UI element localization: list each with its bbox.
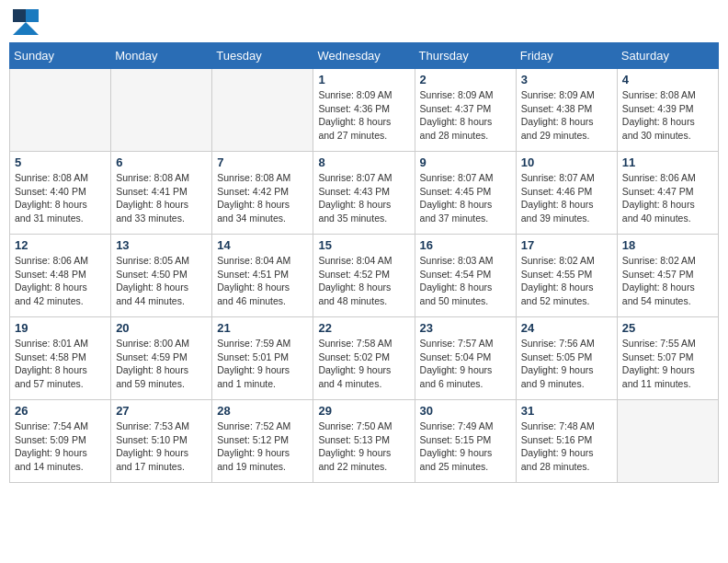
day-number: 19 (15, 321, 106, 335)
day-number: 1 (318, 73, 409, 86)
day-number: 14 (217, 238, 308, 252)
day-info: Sunrise: 7:55 AMSunset: 5:07 PMDaylight:… (622, 337, 713, 391)
calendar-cell: 6Sunrise: 8:08 AMSunset: 4:41 PMDaylight… (111, 152, 212, 235)
day-number: 26 (15, 404, 106, 418)
day-number: 5 (15, 155, 106, 169)
calendar-cell (111, 69, 212, 152)
calendar-cell: 9Sunrise: 8:07 AMSunset: 4:45 PMDaylight… (415, 152, 516, 235)
calendar-cell: 12Sunrise: 8:06 AMSunset: 4:48 PMDayligh… (10, 235, 111, 317)
calendar-cell: 30Sunrise: 7:49 AMSunset: 5:15 PMDayligh… (415, 400, 516, 483)
calendar-cell: 14Sunrise: 8:04 AMSunset: 4:51 PMDayligh… (212, 235, 313, 317)
calendar-cell (10, 69, 111, 152)
calendar-cell: 2Sunrise: 8:09 AMSunset: 4:37 PMDaylight… (415, 69, 516, 152)
day-info: Sunrise: 8:01 AMSunset: 4:58 PMDaylight:… (15, 337, 106, 391)
weekday-header: Wednesday (313, 43, 415, 69)
day-number: 18 (622, 238, 713, 252)
calendar-cell (617, 400, 718, 483)
day-info: Sunrise: 8:08 AMSunset: 4:40 PMDaylight:… (15, 171, 106, 225)
calendar-week-row: 1Sunrise: 8:09 AMSunset: 4:36 PMDaylight… (10, 69, 719, 152)
calendar-week-row: 5Sunrise: 8:08 AMSunset: 4:40 PMDaylight… (10, 152, 719, 235)
weekday-header: Monday (111, 43, 212, 69)
calendar-cell: 21Sunrise: 7:59 AMSunset: 5:01 PMDayligh… (212, 317, 313, 400)
day-info: Sunrise: 7:56 AMSunset: 5:05 PMDaylight:… (521, 337, 612, 391)
weekday-header: Friday (516, 43, 617, 69)
calendar-cell (212, 69, 313, 152)
day-info: Sunrise: 8:03 AMSunset: 4:54 PMDaylight:… (420, 254, 511, 308)
day-info: Sunrise: 8:04 AMSunset: 4:52 PMDaylight:… (318, 254, 409, 308)
calendar-cell: 18Sunrise: 8:02 AMSunset: 4:57 PMDayligh… (617, 235, 718, 317)
day-number: 31 (521, 404, 612, 418)
day-info: Sunrise: 8:09 AMSunset: 4:38 PMDaylight:… (521, 88, 612, 143)
day-info: Sunrise: 8:07 AMSunset: 4:46 PMDaylight:… (521, 171, 612, 225)
day-info: Sunrise: 8:08 AMSunset: 4:39 PMDaylight:… (622, 88, 713, 143)
day-number: 3 (521, 73, 612, 86)
day-number: 30 (420, 404, 511, 418)
day-number: 17 (521, 238, 612, 252)
day-info: Sunrise: 8:06 AMSunset: 4:47 PMDaylight:… (622, 171, 713, 225)
calendar-cell: 13Sunrise: 8:05 AMSunset: 4:50 PMDayligh… (111, 235, 212, 317)
day-number: 12 (15, 238, 106, 252)
calendar-cell: 5Sunrise: 8:08 AMSunset: 4:40 PMDaylight… (10, 152, 111, 235)
day-number: 20 (116, 321, 207, 335)
calendar-cell: 27Sunrise: 7:53 AMSunset: 5:10 PMDayligh… (111, 400, 212, 483)
day-info: Sunrise: 8:02 AMSunset: 4:55 PMDaylight:… (521, 254, 612, 308)
day-number: 2 (420, 73, 511, 86)
weekday-header: Saturday (617, 43, 718, 69)
day-info: Sunrise: 8:09 AMSunset: 4:36 PMDaylight:… (318, 88, 409, 143)
calendar-cell: 20Sunrise: 8:00 AMSunset: 4:59 PMDayligh… (111, 317, 212, 400)
calendar-cell: 11Sunrise: 8:06 AMSunset: 4:47 PMDayligh… (617, 152, 718, 235)
day-number: 27 (116, 404, 207, 418)
calendar-cell: 26Sunrise: 7:54 AMSunset: 5:09 PMDayligh… (10, 400, 111, 483)
calendar-week-row: 19Sunrise: 8:01 AMSunset: 4:58 PMDayligh… (10, 317, 719, 400)
svg-rect-0 (13, 9, 26, 22)
day-number: 24 (521, 321, 612, 335)
page-header (9, 9, 719, 35)
day-number: 13 (116, 238, 207, 252)
day-number: 25 (622, 321, 713, 335)
calendar-cell: 19Sunrise: 8:01 AMSunset: 4:58 PMDayligh… (10, 317, 111, 400)
day-info: Sunrise: 8:07 AMSunset: 4:45 PMDaylight:… (420, 171, 511, 225)
day-number: 29 (318, 404, 409, 418)
calendar-cell: 28Sunrise: 7:52 AMSunset: 5:12 PMDayligh… (212, 400, 313, 483)
calendar-cell: 15Sunrise: 8:04 AMSunset: 4:52 PMDayligh… (313, 235, 415, 317)
weekday-header: Tuesday (212, 43, 313, 69)
calendar-cell: 3Sunrise: 8:09 AMSunset: 4:38 PMDaylight… (516, 69, 617, 152)
calendar-cell: 10Sunrise: 8:07 AMSunset: 4:46 PMDayligh… (516, 152, 617, 235)
day-number: 11 (622, 155, 713, 169)
calendar-header-row: SundayMondayTuesdayWednesdayThursdayFrid… (10, 43, 719, 69)
calendar-cell: 22Sunrise: 7:58 AMSunset: 5:02 PMDayligh… (313, 317, 415, 400)
calendar-table: SundayMondayTuesdayWednesdayThursdayFrid… (9, 42, 719, 483)
day-info: Sunrise: 7:49 AMSunset: 5:15 PMDaylight:… (420, 419, 511, 474)
day-info: Sunrise: 7:53 AMSunset: 5:10 PMDaylight:… (116, 419, 207, 474)
svg-rect-1 (26, 9, 39, 22)
day-info: Sunrise: 7:57 AMSunset: 5:04 PMDaylight:… (420, 337, 511, 391)
day-number: 10 (521, 155, 612, 169)
calendar-cell: 16Sunrise: 8:03 AMSunset: 4:54 PMDayligh… (415, 235, 516, 317)
day-info: Sunrise: 8:08 AMSunset: 4:42 PMDaylight:… (217, 171, 308, 225)
day-info: Sunrise: 7:50 AMSunset: 5:13 PMDaylight:… (318, 419, 409, 474)
calendar-cell: 1Sunrise: 8:09 AMSunset: 4:36 PMDaylight… (313, 69, 415, 152)
day-info: Sunrise: 7:58 AMSunset: 5:02 PMDaylight:… (318, 337, 409, 391)
day-number: 16 (420, 238, 511, 252)
day-number: 21 (217, 321, 308, 335)
day-info: Sunrise: 7:48 AMSunset: 5:16 PMDaylight:… (521, 419, 612, 474)
day-info: Sunrise: 7:52 AMSunset: 5:12 PMDaylight:… (217, 419, 308, 474)
day-info: Sunrise: 8:07 AMSunset: 4:43 PMDaylight:… (318, 171, 409, 225)
day-info: Sunrise: 8:05 AMSunset: 4:50 PMDaylight:… (116, 254, 207, 308)
calendar-week-row: 12Sunrise: 8:06 AMSunset: 4:48 PMDayligh… (10, 235, 719, 317)
day-number: 9 (420, 155, 511, 169)
day-info: Sunrise: 8:00 AMSunset: 4:59 PMDaylight:… (116, 337, 207, 391)
day-info: Sunrise: 8:09 AMSunset: 4:37 PMDaylight:… (420, 88, 511, 143)
calendar-cell: 23Sunrise: 7:57 AMSunset: 5:04 PMDayligh… (415, 317, 516, 400)
day-number: 7 (217, 155, 308, 169)
logo (13, 9, 40, 35)
day-number: 22 (318, 321, 409, 335)
day-info: Sunrise: 8:02 AMSunset: 4:57 PMDaylight:… (622, 254, 713, 308)
weekday-header: Thursday (415, 43, 516, 69)
day-info: Sunrise: 8:08 AMSunset: 4:41 PMDaylight:… (116, 171, 207, 225)
day-number: 4 (622, 73, 713, 86)
calendar-cell: 31Sunrise: 7:48 AMSunset: 5:16 PMDayligh… (516, 400, 617, 483)
day-info: Sunrise: 7:59 AMSunset: 5:01 PMDaylight:… (217, 337, 308, 391)
calendar-cell: 24Sunrise: 7:56 AMSunset: 5:05 PMDayligh… (516, 317, 617, 400)
logo-icon (13, 9, 39, 35)
